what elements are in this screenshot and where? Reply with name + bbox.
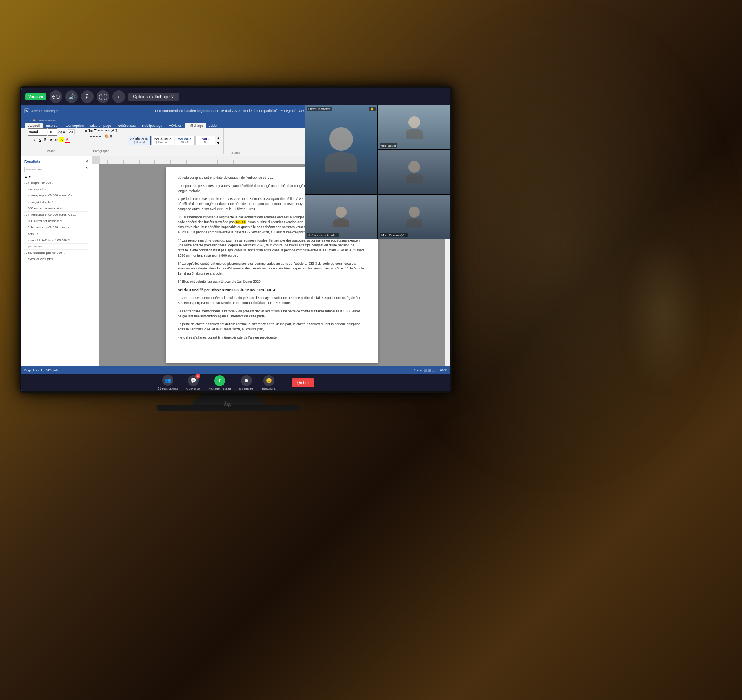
raise-hand-indicator: ✋	[369, 107, 376, 111]
tab-mise-en-page[interactable]: Mise en page	[87, 123, 114, 128]
sort-btn[interactable]: ↕A	[110, 128, 115, 132]
superscript-btn[interactable]: x²	[54, 137, 59, 142]
style-titre1-btn[interactable]: AaBbCc Titre 1	[175, 136, 195, 145]
tab-affichage[interactable]: Affichage	[186, 123, 206, 128]
font-name-input[interactable]	[28, 128, 47, 136]
participants-count: 51	[157, 387, 161, 390]
reactions-button[interactable]: 😊 Réactions	[262, 375, 276, 390]
statusbar-zoom: 100 %	[438, 368, 447, 372]
multilevel-btn[interactable]: ≣	[94, 128, 97, 133]
audio-wave-icon: ((·))	[99, 93, 108, 100]
find-result-item[interactable]: ... mposable inférieur à 60 000 €, ...	[24, 237, 88, 244]
record-button[interactable]: ⏺ Enregistrer	[239, 375, 254, 390]
find-result-item[interactable]: ... exercice clos. ...	[24, 186, 88, 192]
video-emmanuel-label: emmanuel	[380, 143, 397, 148]
strikethrough-btn[interactable]: S̶	[43, 137, 48, 142]
indent-decrease-btn[interactable]: ←≡	[97, 128, 103, 132]
reactions-icon: 😊	[263, 375, 274, 386]
numbering-btn[interactable]: 1≡	[88, 128, 93, 133]
participants-button[interactable]: 👥 51 Participants	[157, 375, 178, 390]
bg-person	[624, 236, 703, 393]
tab-publipostage[interactable]: Publipostage	[139, 123, 165, 128]
align-center-btn[interactable]: ≡	[93, 134, 95, 139]
find-result-item[interactable]: ... e conjoint du chef ...	[24, 199, 88, 205]
camera-icon-btn[interactable]: 𝔅𝔒	[50, 90, 62, 103]
font-color-btn[interactable]: A	[65, 137, 70, 143]
highlight-btn[interactable]: A	[59, 137, 64, 142]
find-panel-close-btn[interactable]: ✕	[85, 159, 88, 163]
style-titre-btn[interactable]: AaB Tit	[195, 136, 215, 145]
underline-btn[interactable]: S	[37, 137, 42, 142]
styles-scroll-up-btn[interactable]: ▲	[217, 136, 220, 140]
shading-btn[interactable]: 🎨	[105, 134, 109, 138]
doc-para-8: Article 3 Modifié par Décret n°2020-552 …	[178, 288, 366, 293]
indent-increase-btn[interactable]: →≡	[104, 128, 109, 132]
options-affichage-button[interactable]: Options d'affichage ∨	[128, 93, 179, 101]
style-sans-interligne-btn[interactable]: AaBbCcDc ¶ Sans int...	[151, 136, 174, 145]
align-right-btn[interactable]: ≡	[96, 134, 98, 139]
audio-icon-btn[interactable]: ((·))	[97, 90, 109, 103]
italic-btn[interactable]: I	[33, 137, 37, 143]
doc-para-9: Les entreprises mentionnées à l'article …	[178, 295, 366, 306]
find-result-item[interactable]: ... n propre, 60 000 ...	[24, 180, 88, 186]
tab-revision[interactable]: Révision	[165, 123, 186, 128]
doc-para-5: 4° Les personnes physiques ou, pour les …	[178, 238, 366, 258]
find-result-item[interactable]: ... n nom propre, 60 000 euros. Ce ...	[24, 192, 88, 199]
police-label: Police	[47, 149, 55, 153]
video-call-topbar: Vous vo 𝔅𝔒 🔊 🎙 ((·)) ‹ Options d'afficha…	[21, 88, 450, 105]
quit-button[interactable]: Quitter	[292, 378, 314, 387]
tab-references[interactable]: Références	[114, 123, 139, 128]
doc-para-10: Les entreprises mentionnées à l'article …	[178, 309, 366, 319]
find-result-item[interactable]: ... n nom propre, 60 000 euros. Ce ...	[24, 212, 88, 218]
tab-insertion[interactable]: Insertion	[43, 123, 63, 128]
participants-icon: 👥	[162, 375, 173, 386]
tab-accueil[interactable]: Accueil	[25, 123, 43, 128]
tab-aide[interactable]: Aide	[206, 123, 220, 128]
mic-icon-btn[interactable]: 🎙	[81, 90, 94, 103]
tab-conception[interactable]: Conception	[63, 123, 87, 128]
justify-btn[interactable]: ≡	[99, 134, 101, 139]
record-icon: ⏺	[241, 375, 252, 386]
subscript-btn[interactable]: x₂	[48, 137, 53, 142]
borders-btn[interactable]: ⊞	[110, 134, 113, 138]
video-tile-bot-right: Marc Garean (V...	[378, 195, 450, 239]
vc-toolbar: 👥 51 Participants 💬 8 Converser ⬆	[21, 374, 450, 391]
ribbon-styles-group: AaBbCcDc ¶ Normal AaBbCcDc ¶ Sans int...…	[125, 127, 224, 154]
converser-badge: 8	[195, 374, 200, 379]
reactions-label: Réactions	[262, 387, 276, 390]
doc-para-6: 5° Lorsqu'elles contrôlent une ou plusie…	[178, 261, 366, 276]
share-screen-icon: ⬆	[214, 375, 225, 386]
statusbar-focus[interactable]: Focus	[414, 368, 422, 372]
align-left-btn[interactable]: ≡	[90, 134, 92, 139]
find-result-item[interactable]: ... 000 euros par associé et ...	[24, 205, 88, 212]
video-bot-right-label: Marc Garean (V...	[380, 233, 408, 237]
find-next-btn[interactable]: ▼	[28, 175, 31, 178]
line-spacing-btn[interactable]: ↕	[102, 134, 104, 138]
record-label: Enregistrer	[239, 387, 254, 390]
font-size-down-btn[interactable]: a↓	[63, 130, 67, 134]
find-search-icon[interactable]: ×	[86, 166, 88, 170]
find-result-item[interactable]: ... exercice clos (des ...	[24, 256, 88, 262]
clear-format-btn[interactable]: Aa	[68, 129, 75, 134]
font-size-input[interactable]	[48, 128, 57, 136]
back-icon-btn[interactable]: ‹	[112, 90, 125, 103]
doc-para-12: - le chiffre d'affaires durant la même p…	[178, 335, 366, 340]
styles-scroll-down-btn[interactable]: ▼	[217, 141, 220, 145]
find-result-item[interactable]: ... 000 euros par associé et ...	[24, 218, 88, 224]
find-prev-btn[interactable]: ▲	[24, 175, 28, 178]
pilcrow-btn[interactable]: ¶	[115, 128, 117, 132]
speaker-icon-btn[interactable]: 🔊	[65, 90, 78, 103]
font-size-up-btn[interactable]: A↑	[58, 130, 62, 134]
converser-button[interactable]: 💬 8 Converser	[186, 375, 201, 390]
style-normal-btn[interactable]: AaBbCcDc ¶ Normal	[128, 136, 151, 145]
video-tile-mid-right	[378, 150, 450, 194]
camera-icon: 𝔅𝔒	[51, 93, 60, 100]
share-screen-button[interactable]: ⬆ Partager l'écran	[209, 375, 231, 390]
converser-label: Converser	[186, 387, 201, 390]
bullets-btn[interactable]: ≡	[85, 128, 88, 133]
find-result-item[interactable]: ... pis par les ...	[24, 244, 88, 250]
find-result-item[interactable]: ... 3, les mots : « 60 000 euros » ...	[24, 224, 88, 231]
find-result-item[interactable]: ... nots : 7 ...	[24, 231, 88, 237]
find-result-item[interactable]: ... ce, n'excède pas 60 000 ...	[24, 250, 88, 256]
find-search-input[interactable]	[24, 167, 88, 172]
